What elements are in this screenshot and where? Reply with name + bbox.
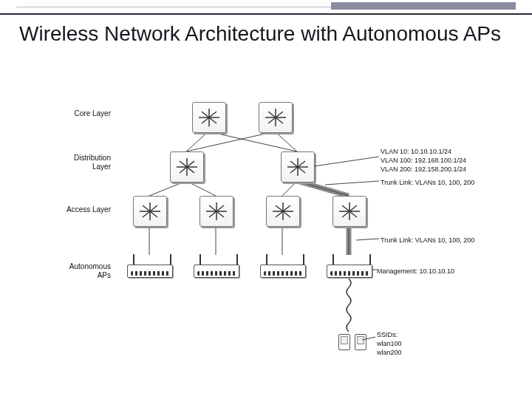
svg-line-48	[356, 239, 379, 240]
ap2-antenna-r	[236, 254, 238, 265]
svg-line-4	[149, 181, 186, 196]
distribution-switch-1	[170, 151, 204, 183]
label-distribution-layer: Distribution Layer	[55, 154, 111, 171]
note-vlan100: VLAN 100: 192.168.100.1/24	[381, 157, 466, 165]
distribution-switch-2	[281, 151, 315, 183]
ap4-antenna-r	[369, 254, 371, 265]
svg-line-3	[275, 132, 297, 151]
autonomous-ap-3	[260, 265, 306, 278]
svg-line-46	[314, 157, 379, 166]
autonomous-ap-4	[327, 265, 372, 278]
note-vlan10: VLAN 10: 10.10.10.1/24	[381, 148, 451, 156]
note-ssid1: wlan100	[377, 340, 402, 348]
note-trunk-dist: Trunk Link: VLANs 10, 100, 200	[381, 179, 474, 187]
ap3-antenna-l	[266, 254, 267, 265]
wireless-client-2	[355, 334, 366, 350]
note-vlan200: VLAN 200: 192.158.200.1/24	[381, 166, 466, 174]
ap2-antenna-l	[200, 254, 201, 265]
ap3-antenna-r	[303, 254, 304, 265]
label-autonomous-aps: Autonomous APs	[55, 262, 111, 279]
core-switch-1	[192, 102, 226, 133]
note-management: Management: 10.10.10.10	[377, 267, 454, 276]
access-switch-4	[332, 196, 366, 227]
note-ssids-header: SSIDs:	[377, 331, 398, 339]
svg-line-2	[186, 132, 275, 151]
header-rule	[0, 0, 532, 15]
ap4-antenna-l	[332, 254, 334, 265]
autonomous-ap-1	[127, 265, 173, 278]
note-trunk-access: Trunk Link: VLANs 10, 100, 200	[381, 236, 474, 245]
access-switch-3	[266, 196, 300, 227]
page-title: Wireless Network Architecture with Auton…	[19, 22, 501, 46]
label-core-layer: Core Layer	[55, 109, 111, 118]
svg-line-5	[186, 181, 216, 196]
svg-line-7	[297, 181, 349, 196]
svg-line-1	[208, 132, 297, 151]
access-switch-2	[200, 196, 233, 227]
network-diagram: Core Layer Distribution Layer Access Lay…	[66, 96, 480, 388]
wireless-client-1	[338, 334, 350, 350]
ap1-antenna-r	[170, 254, 171, 265]
core-switch-2	[259, 102, 293, 133]
ap1-antenna-l	[133, 254, 134, 265]
svg-line-47	[325, 181, 379, 185]
autonomous-ap-2	[194, 265, 239, 278]
svg-line-6	[282, 181, 297, 196]
note-ssid2: wlan200	[377, 349, 402, 357]
svg-line-0	[186, 132, 208, 151]
svg-line-8	[297, 181, 349, 196]
access-switch-1	[133, 196, 167, 227]
label-access-layer: Access Layer	[55, 205, 111, 214]
